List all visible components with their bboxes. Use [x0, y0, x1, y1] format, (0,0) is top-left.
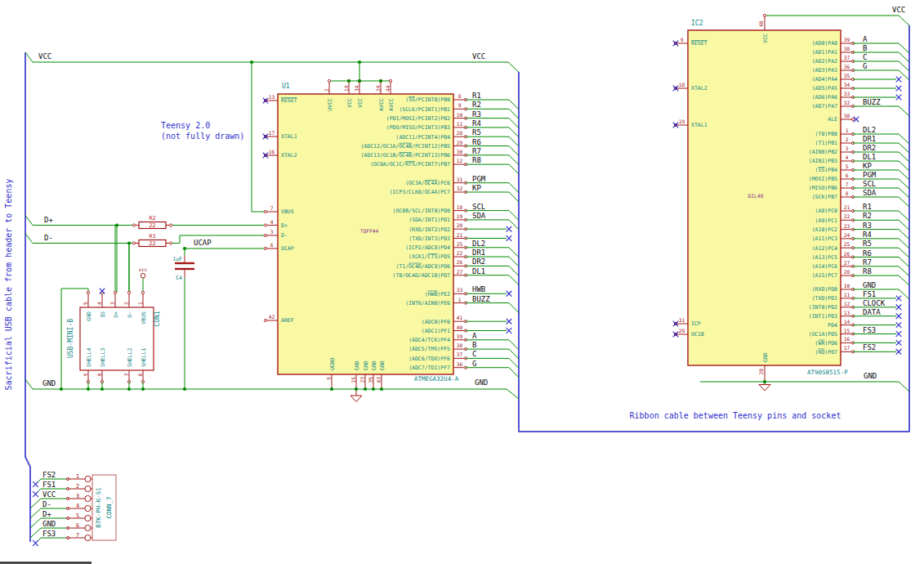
pin-name: VCC — [357, 98, 364, 108]
pin-number: 35 — [844, 73, 850, 78]
pin-name: (A14)PC6 — [812, 263, 837, 270]
pin-number: 37 — [844, 55, 850, 60]
net-label: R5 — [472, 128, 481, 137]
reference-label: C4 — [176, 275, 182, 281]
pin-end-circle — [127, 291, 130, 293]
pin-name: (INT6/AIN0)PE6 — [405, 300, 450, 307]
pin-number: 11 — [844, 292, 850, 298]
pin-name: GND — [762, 352, 769, 362]
pin-end-circle — [169, 224, 172, 226]
pin-name: (T0)PB0 — [815, 131, 837, 137]
pin-number: 19 — [679, 119, 685, 124]
pin-name: (A11)PC3 — [812, 235, 837, 242]
pin-name: (INT1)PD3 — [809, 313, 837, 320]
net-label: BUZZ — [472, 295, 490, 303]
connector-pin-circle — [85, 476, 91, 481]
pin-number: 21 — [457, 232, 463, 238]
reference-label: R3 — [150, 233, 156, 239]
pin-name: VCC — [762, 34, 769, 43]
pin-number: 37 — [457, 351, 463, 357]
reference-label: CONN_7 — [105, 496, 113, 518]
pin-name: (MOSI)PB5 — [809, 176, 837, 182]
pin-number: 8 — [96, 373, 102, 376]
pin-name: UGND — [329, 357, 336, 370]
junction-dot — [183, 387, 186, 391]
pin-number: 17 — [269, 130, 275, 136]
pin-number: 4 — [270, 219, 274, 225]
pin-number: 38 — [844, 46, 850, 51]
pin-end-circle — [264, 234, 266, 236]
pin-number: 24 — [375, 85, 381, 92]
bus-entry — [899, 134, 909, 144]
pin-name: D+ — [113, 311, 119, 318]
pin-number: 27 — [457, 269, 463, 275]
junction-dot — [358, 79, 361, 83]
value-label: ATMEGA32U4-A — [414, 375, 459, 383]
pin-name: (T0/OC4D/ADC10)PD7 — [393, 272, 451, 279]
net-label: FS2 — [863, 343, 876, 351]
net-label: R8 — [863, 267, 872, 275]
bus-entry — [899, 230, 909, 239]
pin-number: 43 — [376, 377, 382, 383]
net-label: FS3 — [42, 530, 56, 538]
pin-number: 1 — [137, 302, 143, 305]
bus-entry — [899, 289, 909, 299]
bus-entry — [899, 152, 909, 162]
bus-entry — [30, 499, 41, 508]
pin-number: 16 — [844, 336, 850, 342]
pin-end-circle — [132, 224, 135, 226]
pin-number: 9 — [458, 102, 462, 108]
net-label: A — [863, 35, 868, 43]
net-label: G — [863, 62, 867, 70]
vcc-flag-label: vcc — [139, 266, 148, 272]
wire — [25, 52, 33, 62]
net-label: HWB — [472, 285, 485, 293]
junction-dot — [115, 223, 118, 226]
net-label: GND — [42, 520, 56, 528]
pin-name: (ICP3/CLK0/OC4A)PC7 — [390, 189, 450, 195]
bus-entry — [509, 183, 519, 193]
pin-name: (A15)PC7 — [812, 272, 837, 279]
net-label: B — [472, 341, 476, 349]
pin-number: 3 — [109, 302, 115, 305]
pin-number: 23 — [359, 377, 365, 383]
pin-name: (RXD)PD0 — [812, 286, 837, 293]
pin-number: 10 — [457, 112, 463, 118]
pin-number: 40 — [758, 20, 764, 27]
pin-number: 15 — [350, 377, 356, 383]
pin-name: (AIN0)PB2 — [809, 149, 837, 155]
connector-pin-circle — [85, 535, 91, 540]
pin-number: 12 — [844, 301, 850, 307]
bus-entry — [509, 266, 519, 275]
net-label: DR1 — [863, 135, 876, 143]
net-label: A — [472, 332, 477, 340]
pin-number: 7 — [846, 181, 849, 187]
net-label: BUZZ — [863, 98, 881, 106]
pin-name: ICP — [691, 320, 701, 327]
pin-number: 7 — [270, 205, 274, 211]
pin-name: UVCC — [327, 98, 333, 111]
net-label: DL1 — [863, 153, 876, 161]
pin-number: 2 — [324, 88, 329, 92]
pin-name: (PDO/MISO/PCINT3)PB3 — [386, 124, 450, 131]
note-teensy: Teensy 2.0 — [161, 121, 210, 130]
pin-number: 21 — [844, 204, 850, 210]
pin-name: VBUS — [281, 208, 294, 215]
connector-pin-circle — [85, 495, 91, 501]
net-label: GND — [475, 378, 488, 387]
junction-dot — [355, 387, 358, 391]
pin-name: (OC0B/SCL/INT0)PD0 — [393, 208, 451, 214]
value-label: 22 — [150, 240, 156, 247]
pin-name: (PDI/MOSI/PCINT2)PB2 — [386, 115, 450, 122]
bus-entry — [899, 257, 909, 267]
bus-entry — [509, 100, 519, 110]
pin-name: AVCC — [388, 98, 395, 111]
bus-entry — [899, 266, 909, 276]
net-label: DL2 — [472, 239, 485, 248]
bus-entry — [509, 257, 519, 266]
pin-number: 36 — [457, 361, 463, 367]
pin-number: 6 — [270, 242, 274, 248]
net-label: D+ — [44, 216, 53, 224]
junction-dot — [183, 247, 186, 250]
pin-number: 20 — [457, 222, 463, 228]
